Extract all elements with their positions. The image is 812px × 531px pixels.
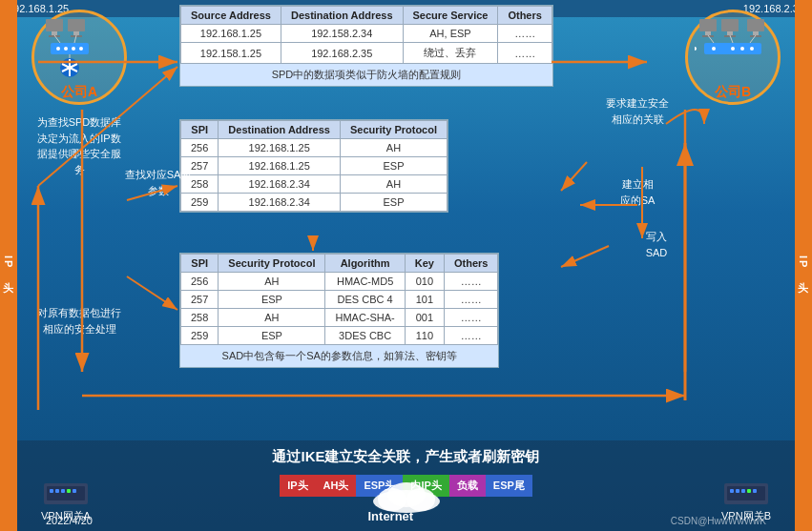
sad-index-container: SPI Destination Address Security Protoco… [179, 119, 448, 213]
svg-rect-66 [730, 489, 734, 493]
spd-r1-dst: 192.158.2.34 [281, 25, 403, 43]
svg-rect-67 [736, 489, 739, 493]
annotation-sa-lookup: 查找对应SA的参数 [122, 167, 194, 198]
svg-point-10 [79, 47, 83, 51]
sad-data-row-2: 257 ESP DES CBC 4 101 …… [181, 291, 498, 309]
spd-r1-src: 192.168.1.25 [181, 25, 281, 43]
sad-idx-r3-dst: 192.168.2.34 [219, 175, 341, 194]
annotation-process: 对原有数据包进行相应的安全处理 [36, 305, 122, 337]
sad-idx-r1-spi: 256 [181, 139, 219, 157]
left-panel: IP 头 [0, 0, 17, 531]
annotation-require-sa: 要求建立安全相应的关联 [604, 95, 671, 127]
annotation-write-sad: 写入SAD [628, 229, 685, 260]
sad-idx-r3-proto: AH [340, 175, 447, 194]
vpn-a-device [42, 479, 90, 507]
segment-esp-tail: ESP尾 [486, 475, 532, 497]
sad-idx-row-1: 256 192.168.1.25 AH [181, 139, 448, 157]
svg-rect-58 [67, 489, 71, 493]
bottom-main-text: 通过IKE建立安全关联，产生或者刷新密钥 [17, 440, 795, 470]
spd-header-others: Others [498, 7, 552, 25]
right-panel: IP 头 [795, 0, 812, 531]
svg-rect-68 [741, 489, 745, 493]
svg-rect-24 [747, 19, 764, 31]
svg-point-7 [56, 47, 60, 51]
company-b-label: 公司B [715, 84, 751, 101]
spd-table-container: Source Address Destination Address Secur… [179, 5, 553, 87]
svg-rect-55 [50, 489, 53, 493]
spd-r2-others: …… [498, 43, 552, 64]
sad-data-row-3: 258 AH HMAC-SHA- 001 …… [181, 309, 498, 327]
spd-header-dst: Destination Address [281, 7, 403, 25]
spd-row-1: 192.168.1.25 192.158.2.34 AH, ESP …… [181, 25, 552, 43]
sad-idx-r2-dst: 192.168.1.25 [219, 157, 341, 175]
sad-idx-proto: Security Protocol [340, 121, 447, 139]
spd-r2-dst: 192.168.2.35 [281, 43, 403, 64]
svg-point-32 [750, 47, 754, 51]
svg-rect-21 [721, 19, 739, 31]
sad-index-table: SPI Destination Address Security Protoco… [180, 120, 448, 212]
svg-point-29 [695, 47, 697, 51]
sad-idx-row-2: 257 192.168.1.25 ESP [181, 157, 448, 175]
sad-idx-row-3: 258 192.168.2.34 AH [181, 175, 448, 194]
sad-idx-r4-dst: 192.168.2.34 [219, 194, 341, 212]
watermark: CSDN@HwwWwWwK [671, 516, 766, 526]
sad-idx-r1-proto: AH [340, 139, 447, 157]
spd-r2-src: 192.158.1.25 [181, 43, 281, 64]
company-b-area: 公司B [676, 10, 790, 105]
svg-rect-18 [699, 19, 717, 31]
segment-ah: AH头 [316, 475, 357, 497]
spd-r2-svc: 绕过、丢弃 [403, 43, 498, 64]
spd-r1-others: …… [498, 25, 552, 43]
spd-r1-svc: AH, ESP [403, 25, 498, 43]
sad-data-container: SPI Security Protocol Algorithm Key Othe… [179, 253, 499, 368]
svg-rect-0 [46, 19, 63, 31]
svg-line-50 [561, 162, 587, 191]
svg-point-63 [387, 482, 426, 507]
spd-note: SPD中的数据项类似于防火墙的配置规则 [180, 64, 552, 86]
svg-rect-56 [55, 489, 59, 493]
svg-rect-70 [753, 489, 757, 493]
sad-others-header: Others [444, 255, 497, 273]
left-panel-text: IP 头 [2, 255, 15, 276]
spd-header-svc: Secure Service [403, 7, 498, 25]
sad-data-row-1: 256 AH HMAC-MD5 010 …… [181, 273, 498, 291]
company-a-icon [41, 14, 117, 81]
svg-rect-59 [73, 489, 76, 493]
svg-line-40 [127, 276, 177, 310]
sad-idx-row-4: 259 192.168.2.34 ESP [181, 194, 448, 212]
company-a-area: 公司A [22, 10, 136, 105]
svg-rect-1 [52, 31, 57, 35]
svg-rect-65 [727, 486, 765, 500]
segment-ip: IP头 [280, 475, 315, 497]
vpn-b-device [722, 479, 770, 507]
svg-point-31 [740, 47, 744, 51]
svg-rect-57 [61, 489, 65, 493]
sad-idx-r1-dst: 192.168.1.25 [219, 139, 341, 157]
sad-data-row-4: 259 ESP 3DES CBC 110 …… [181, 327, 498, 345]
svg-rect-3 [68, 19, 85, 31]
date-text: 2022/4/20 [46, 515, 93, 526]
sad-note: SAD中包含每一个SA的参数信息，如算法、密钥等 [180, 345, 498, 367]
spd-row-2: 192.158.1.25 192.168.2.35 绕过、丢弃 …… [181, 43, 552, 64]
svg-point-30 [731, 47, 735, 51]
sad-idx-r4-proto: ESP [340, 194, 447, 212]
segment-payload: 负载 [449, 475, 486, 497]
company-a-circle: 公司A [31, 10, 127, 105]
spd-header-src: Source Address [181, 7, 281, 25]
company-b-icon [695, 14, 771, 81]
annotation-build-sa: 建立相应的SA [609, 176, 666, 208]
sad-data-table: SPI Security Protocol Algorithm Key Othe… [180, 254, 498, 345]
svg-point-28 [712, 47, 716, 51]
svg-rect-4 [73, 31, 79, 35]
sad-spi-header: SPI [181, 255, 219, 273]
sad-algo-header: Algorithm [325, 255, 405, 273]
svg-rect-19 [705, 31, 711, 35]
sad-proto-header: Security Protocol [219, 255, 325, 273]
svg-point-8 [64, 47, 68, 51]
svg-point-9 [72, 47, 75, 51]
svg-rect-54 [47, 486, 85, 500]
spd-table: Source Address Destination Address Secur… [180, 6, 552, 64]
company-a-label: 公司A [61, 84, 97, 101]
right-panel-text: IP 头 [797, 255, 810, 276]
company-b-circle: 公司B [685, 10, 781, 105]
